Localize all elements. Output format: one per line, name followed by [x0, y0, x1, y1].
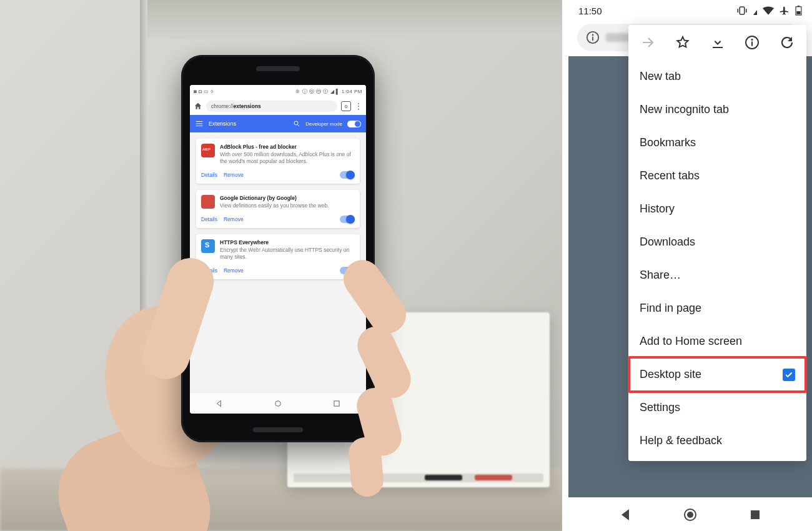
phone-screen-left: ◙ ◘ ▭ ◊ ❊ ⓘ ⓞ ⓜ ⓣ ◢ ▌ 1:04 PM chrome://e…	[190, 85, 366, 414]
menu-item-find-in-page[interactable]: Find in page	[628, 292, 806, 325]
forward-button[interactable]	[640, 34, 656, 51]
menu-item-label: Desktop site	[640, 368, 701, 381]
phone-device-left: ◙ ◘ ▭ ◊ ❊ ⓘ ⓞ ⓜ ⓣ ◢ ▌ 1:04 PM chrome://e…	[181, 55, 375, 442]
extension-cards: AdBlock Plus - free ad blocker With over…	[190, 132, 366, 285]
menu-item-label: New tab	[640, 70, 681, 83]
menu-item-help-feedback[interactable]: Help & feedback	[628, 424, 806, 457]
extension-desc: With over 500 million downloads, Adblock…	[220, 151, 355, 165]
menu-item-label: Share…	[640, 269, 681, 282]
photo-background: ◙ ◘ ▭ ◊ ❊ ⓘ ⓞ ⓜ ⓣ ◢ ▌ 1:04 PM chrome://e…	[0, 0, 562, 531]
extension-desc: View definitions easily as you browse th…	[220, 202, 329, 209]
remove-button[interactable]: Remove	[224, 172, 244, 178]
extension-toggle[interactable]	[340, 171, 355, 179]
svg-rect-2	[334, 400, 339, 405]
details-button[interactable]: Details	[201, 172, 217, 178]
extension-title: AdBlock Plus - free ad blocker	[220, 144, 355, 150]
menu-icon-row	[628, 25, 806, 60]
menu-item-share[interactable]: Share…	[628, 259, 806, 292]
extension-title: Google Dictionary (by Google)	[220, 195, 329, 201]
extension-desc: Encrypt the Web! Automatically use HTTPS…	[220, 247, 355, 261]
vibrate-icon	[736, 6, 748, 16]
airplane-icon	[780, 6, 790, 16]
url-bold: extensions	[233, 103, 260, 109]
forward-arrow-icon	[640, 35, 655, 50]
menu-item-label: New incognito tab	[640, 103, 729, 116]
extensions-toolbar: Extensions Developer mode	[190, 115, 366, 132]
url-row: chrome://extensions 0 ⋮	[190, 97, 366, 115]
menu-item-label: Recent tabs	[640, 169, 700, 182]
home-nav-icon[interactable]	[683, 507, 698, 522]
home-nav-icon[interactable]	[274, 399, 282, 408]
extensions-title: Extensions	[209, 121, 236, 127]
reload-icon	[780, 35, 795, 50]
svg-marker-4	[753, 10, 757, 15]
extension-card: HTTPS Everywhere Encrypt the Web! Automa…	[196, 234, 360, 279]
svg-rect-7	[796, 11, 800, 14]
extension-icon	[201, 239, 215, 253]
extension-card: Google Dictionary (by Google) View defin…	[196, 190, 360, 228]
menu-item-downloads[interactable]: Downloads	[628, 226, 806, 259]
download-icon	[710, 35, 725, 50]
desktop-site-checkbox[interactable]	[783, 369, 795, 381]
menu-item-label: Add to Home screen	[640, 335, 742, 348]
menu-item-label: Find in page	[640, 302, 701, 315]
url-prefix: chrome://	[211, 103, 233, 109]
developer-mode-toggle[interactable]	[347, 121, 361, 127]
remove-button[interactable]: Remove	[224, 216, 244, 222]
menu-item-recent-tabs[interactable]: Recent tabs	[628, 159, 806, 192]
svg-point-15	[751, 39, 753, 41]
svg-rect-10	[592, 37, 593, 41]
tab-count[interactable]: 0	[341, 101, 351, 111]
menu-item-label: History	[640, 202, 675, 216]
back-icon[interactable]	[215, 399, 224, 408]
extension-icon	[201, 144, 215, 157]
extension-toggle[interactable]	[340, 216, 355, 223]
search-icon[interactable]	[293, 120, 300, 127]
menu-item-history[interactable]: History	[628, 192, 806, 226]
svg-rect-13	[751, 510, 760, 519]
extension-icon	[201, 195, 215, 209]
reload-button[interactable]	[779, 34, 795, 51]
hamburger-icon[interactable]	[195, 119, 204, 128]
menu-item-new-incognito-tab[interactable]: New incognito tab	[628, 93, 806, 126]
menu-item-add-to-home-screen[interactable]: Add to Home screen	[628, 325, 806, 358]
remove-button[interactable]: Remove	[224, 267, 244, 274]
svg-point-12	[687, 512, 693, 518]
extension-title: HTTPS Everywhere	[220, 239, 355, 246]
download-button[interactable]	[710, 34, 726, 51]
status-right: ❊ ⓘ ⓞ ⓜ ⓣ ◢ ▌ 1:04 PM	[295, 88, 362, 95]
signal-dot-icon	[753, 6, 757, 15]
recents-icon[interactable]	[748, 507, 763, 522]
menu-item-desktop-site[interactable]: Desktop site	[628, 358, 806, 391]
menu-item-label: Help & feedback	[640, 434, 722, 447]
chrome-overflow-menu: New tabNew incognito tabBookmarksRecent …	[628, 25, 806, 461]
svg-point-1	[275, 400, 280, 405]
page-info-button[interactable]	[744, 34, 760, 51]
back-icon[interactable]	[618, 507, 633, 522]
details-button[interactable]: Details	[201, 216, 217, 222]
developer-mode-label: Developer mode	[305, 121, 342, 127]
menu-dots-icon[interactable]: ⋮	[355, 103, 362, 109]
star-icon	[675, 35, 690, 50]
system-nav-bar	[568, 497, 812, 531]
status-left: ◙ ◘ ▭ ◊	[194, 89, 214, 94]
home-icon[interactable]	[194, 102, 202, 111]
menu-item-new-tab[interactable]: New tab	[628, 60, 806, 93]
details-button[interactable]: Details	[201, 267, 217, 274]
check-icon	[785, 370, 793, 379]
svg-rect-16	[751, 42, 753, 46]
menu-item-settings[interactable]: Settings	[628, 391, 806, 424]
site-info-icon[interactable]	[586, 31, 600, 44]
menu-item-bookmarks[interactable]: Bookmarks	[628, 126, 806, 159]
info-icon	[745, 35, 760, 50]
extension-toggle[interactable]	[340, 267, 355, 274]
url-bar[interactable]: chrome://extensions	[206, 101, 337, 112]
bookmark-button[interactable]	[675, 34, 691, 51]
system-nav-bar	[190, 392, 366, 414]
svg-point-9	[592, 34, 594, 36]
recents-icon[interactable]	[332, 399, 341, 408]
status-bar: 11:50	[568, 0, 812, 21]
svg-rect-6	[798, 6, 800, 7]
status-time: 11:50	[578, 6, 602, 16]
battery-icon	[795, 6, 802, 16]
